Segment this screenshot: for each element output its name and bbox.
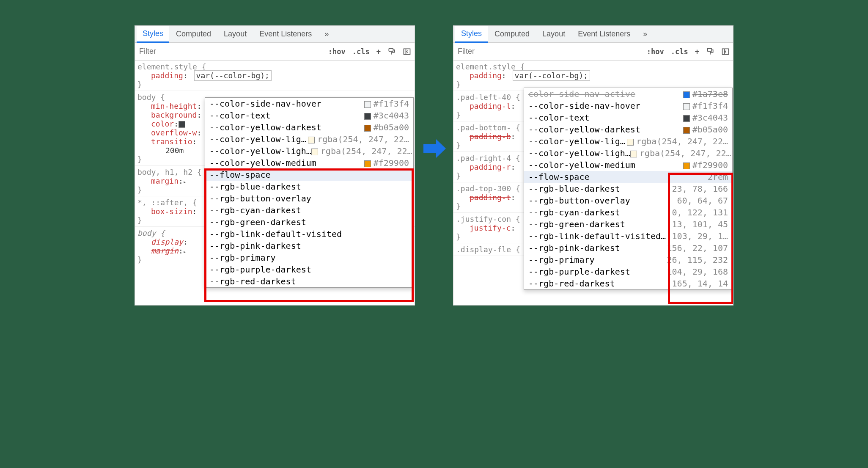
css-property[interactable]: box-sizin: [151, 207, 192, 216]
autocomplete-row[interactable]: --flow-space: [205, 169, 413, 181]
ac-name: color side nav active: [528, 89, 635, 99]
ac-name: --rgb-pink-darkest: [528, 243, 620, 253]
tabs-bar: Styles Computed Layout Event Listeners »: [135, 26, 415, 43]
ac-value: 60, 64, 67: [677, 195, 728, 206]
ac-name: --rgb-blue-darkest: [209, 182, 301, 192]
styles-toolbar: :hov .cls +: [453, 43, 733, 61]
autocomplete-row[interactable]: --color-yellow-darkest#b05a00: [524, 124, 732, 135]
css-value-input[interactable]: var(--color-bg);: [513, 70, 590, 81]
autocomplete-row[interactable]: --rgb-blue-darkest: [205, 181, 413, 193]
autocomplete-row[interactable]: color side nav active #1a73e8: [524, 88, 732, 100]
css-property[interactable]: min-height: [151, 102, 197, 110]
css-property[interactable]: color: [151, 119, 174, 128]
autocomplete-row[interactable]: --rgb-blue-darkest23, 78, 166: [524, 183, 732, 195]
selector: element.style {: [456, 62, 525, 71]
autocomplete-row[interactable]: --rgb-cyan-darkest: [205, 204, 413, 216]
cls-button[interactable]: .cls: [667, 45, 692, 58]
ac-name: --color-yellow-medium: [528, 160, 635, 170]
tab-styles[interactable]: Styles: [455, 26, 488, 43]
selector: .justify-con {: [456, 215, 520, 223]
ac-value: #b05a00: [683, 124, 728, 135]
paint-icon[interactable]: [384, 45, 399, 58]
tab-layout[interactable]: Layout: [536, 26, 571, 42]
autocomplete-row[interactable]: --rgb-pink-darkest: [205, 240, 413, 252]
autocomplete-row[interactable]: --rgb-primary: [205, 252, 413, 264]
autocomplete-row[interactable]: --rgb-purple-darkest104, 29, 168: [524, 266, 732, 278]
filter-input[interactable]: [453, 44, 643, 59]
new-rule-button[interactable]: +: [373, 45, 384, 58]
autocomplete-row[interactable]: --color-side-nav-hover#f1f3f4: [205, 98, 413, 110]
autocomplete-row[interactable]: --rgb-cyan-darkest0, 122, 131: [524, 206, 732, 218]
autocomplete-row[interactable]: --rgb-red-darkest: [205, 275, 413, 287]
ac-name: --color-text: [209, 110, 271, 121]
new-rule-button[interactable]: +: [692, 45, 703, 58]
ac-name: --color-side-nav-hover: [528, 101, 640, 111]
autocomplete-row[interactable]: --color-side-nav-hover#f1f3f4: [524, 100, 732, 112]
autocomplete-row[interactable]: --color-text#3c4043: [524, 112, 732, 124]
autocomplete-row[interactable]: --color-yellow-ligh…rgba(254, 247, 22…: [205, 145, 413, 157]
ac-name: --rgb-red-darkest: [209, 276, 296, 286]
selector: .pad-top-300 {: [456, 184, 520, 193]
ac-name: --rgb-pink-darkest: [209, 241, 301, 251]
autocomplete-row[interactable]: --rgb-purple-darkest: [205, 264, 413, 275]
hov-button[interactable]: :hov: [643, 45, 667, 58]
autocomplete-row[interactable]: --rgb-primary26, 115, 232: [524, 254, 732, 266]
css-property[interactable]: display: [151, 237, 183, 246]
autocomplete-row[interactable]: --rgb-green-darkest13, 101, 45: [524, 218, 732, 230]
css-property[interactable]: transitio: [151, 137, 192, 146]
autocomplete-row[interactable]: --color-yellow-lig…rgba(254, 247, 22…: [524, 135, 732, 147]
ac-value: #1a73e8: [683, 89, 728, 99]
css-property[interactable]: margin: [151, 176, 179, 185]
css-property[interactable]: padding: [470, 71, 502, 80]
tab-event-listeners[interactable]: Event Listeners: [572, 26, 636, 42]
tabs-bar: Styles Computed Layout Event Listeners »: [453, 26, 733, 43]
autocomplete-row[interactable]: --color-yellow-medium#f29900: [205, 157, 413, 169]
element-style-rule[interactable]: element.style { padding: var(--color-bg)…: [135, 61, 415, 91]
cls-button[interactable]: .cls: [349, 45, 373, 58]
ac-value: rgba(254, 247, 22…: [311, 146, 412, 156]
filter-input[interactable]: [135, 44, 325, 59]
css-value-input[interactable]: var(--color-bg);: [194, 70, 272, 81]
ac-value: #f29900: [364, 158, 409, 168]
css-property[interactable]: padding-t: [470, 193, 511, 202]
paint-icon[interactable]: [703, 45, 718, 58]
css-property[interactable]: overflow-w: [151, 128, 197, 137]
css-property[interactable]: background: [151, 110, 197, 119]
tab-computed[interactable]: Computed: [170, 26, 217, 42]
ac-value: #3c4043: [683, 113, 728, 123]
tab-event-listeners[interactable]: Event Listeners: [253, 26, 318, 42]
sidebar-toggle-icon[interactable]: [718, 45, 733, 58]
ac-value: 26, 115, 232: [667, 255, 728, 265]
autocomplete-popup[interactable]: --color-side-nav-hover#f1f3f4--color-tex…: [205, 97, 414, 288]
autocomplete-row[interactable]: --color-yellow-medium#f29900: [524, 159, 732, 171]
selector: .pad-bottom- {: [456, 123, 520, 132]
element-style-rule[interactable]: element.style { padding: var(--color-bg)…: [453, 61, 733, 91]
tabs-overflow-icon[interactable]: »: [319, 26, 335, 42]
tab-styles[interactable]: Styles: [137, 26, 169, 43]
tabs-overflow-icon[interactable]: »: [637, 26, 653, 42]
css-property[interactable]: justify-c: [470, 223, 511, 232]
hov-button[interactable]: :hov: [325, 45, 349, 58]
autocomplete-row[interactable]: --color-yellow-darkest#b05a00: [205, 121, 413, 133]
autocomplete-row[interactable]: --rgb-link-default-visited: [205, 228, 413, 240]
tab-layout[interactable]: Layout: [218, 26, 253, 42]
css-property[interactable]: margin: [151, 246, 179, 255]
css-property[interactable]: padding: [151, 71, 183, 80]
css-property[interactable]: padding-r: [470, 162, 511, 171]
autocomplete-row[interactable]: --rgb-button-overlay60, 64, 67: [524, 195, 732, 206]
autocomplete-row[interactable]: --rgb-link-default-visited…103, 29, 1…: [524, 230, 732, 242]
css-property[interactable]: padding-b: [470, 132, 511, 141]
css-property[interactable]: padding-l: [470, 102, 511, 110]
tab-computed[interactable]: Computed: [489, 26, 536, 42]
autocomplete-row[interactable]: --rgb-red-darkest165, 14, 14: [524, 278, 732, 289]
autocomplete-row[interactable]: --color-yellow-lig…rgba(254, 247, 22…: [205, 133, 413, 145]
autocomplete-row[interactable]: --rgb-green-darkest: [205, 216, 413, 228]
autocomplete-row[interactable]: --flow-space2rem: [524, 171, 732, 183]
autocomplete-row[interactable]: --rgb-button-overlay: [205, 193, 413, 204]
ac-value: 103, 29, 1…: [672, 231, 728, 241]
autocomplete-row[interactable]: --color-yellow-ligh…rgba(254, 247, 22…: [524, 147, 732, 159]
autocomplete-row[interactable]: --color-text#3c4043: [205, 110, 413, 121]
autocomplete-row[interactable]: --rgb-pink-darkest156, 22, 107: [524, 242, 732, 254]
sidebar-toggle-icon[interactable]: [399, 45, 415, 58]
autocomplete-popup[interactable]: color side nav active #1a73e8 --color-si…: [524, 88, 733, 290]
